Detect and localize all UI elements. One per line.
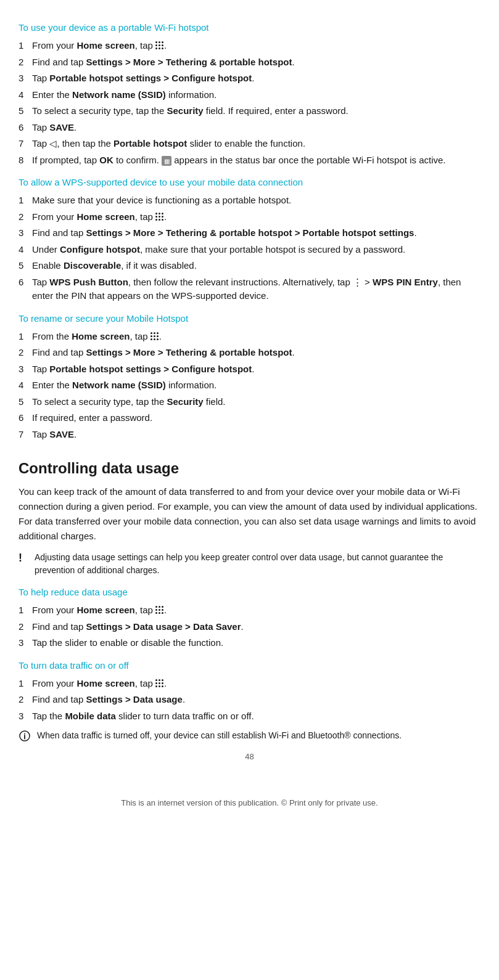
data-traffic-tip: When data traffic is turned off, your de… <box>19 729 480 742</box>
step-number: 2 <box>19 693 32 707</box>
step-number: 3 <box>19 636 32 650</box>
step-number: 5 <box>19 259 32 273</box>
svg-text:▦: ▦ <box>164 158 170 165</box>
list-item: 1 From your Home screen, tap . <box>19 39 480 53</box>
steps-list-wps: 1 Make sure that your device is function… <box>19 194 480 303</box>
step-content: Find and tap Settings > More > Tethering… <box>32 55 480 70</box>
step-number: 1 <box>19 603 32 618</box>
controlling-data-usage-heading: Controlling data usage <box>19 460 480 477</box>
step-content: To select a security type, tap the Secur… <box>32 104 480 118</box>
step-content: From your Home screen, tap . <box>32 677 480 691</box>
step-number: 6 <box>19 411 32 425</box>
step-content: Enter the Network name (SSID) informatio… <box>32 378 480 393</box>
list-item: 6 Tap WPS Push Button, then follow the r… <box>19 276 480 303</box>
section-heading-use-hotspot: To use your device as a portable Wi-Fi h… <box>19 22 480 33</box>
section-heading-wps: To allow a WPS-supported device to use y… <box>19 177 480 187</box>
step-number: 1 <box>19 677 32 691</box>
list-item: 3 Tap the slider to enable or disable th… <box>19 636 480 650</box>
step-content: Tap Portable hotspot settings > Configur… <box>32 362 480 377</box>
section-heading-rename-hotspot: To rename or secure your Mobile Hotspot <box>19 313 480 324</box>
tip-text-data-traffic: When data traffic is turned off, your de… <box>37 729 402 742</box>
step-content: Find and tap Settings > Data usage. <box>32 693 480 707</box>
steps-list-reduce-data: 1 From your Home screen, tap . 2 Find an… <box>19 603 480 650</box>
list-item: 1 From the Home screen, tap . <box>19 330 480 344</box>
list-item: 8 If prompted, tap OK to confirm. ▦ appe… <box>19 153 480 168</box>
step-content: Find and tap Settings > More > Tethering… <box>32 226 480 240</box>
list-item: 4 Enter the Network name (SSID) informat… <box>19 378 480 393</box>
step-content: From your Home screen, tap . <box>32 210 480 224</box>
step-content: From your Home screen, tap . <box>32 603 480 618</box>
step-number: 2 <box>19 210 32 224</box>
step-number: 6 <box>19 121 32 135</box>
step-content: Tap ◁, then tap the Portable hotspot sli… <box>32 137 480 151</box>
section-heading-reduce-data: To help reduce data usage <box>19 587 480 597</box>
step-number: 1 <box>19 330 32 344</box>
list-item: 2 Find and tap Settings > Data usage. <box>19 693 480 707</box>
page-number: 48 <box>19 752 480 761</box>
step-content: If prompted, tap OK to confirm. ▦ appear… <box>32 153 480 168</box>
step-number: 2 <box>19 55 32 70</box>
list-item: 7 Tap ◁, then tap the Portable hotspot s… <box>19 137 480 151</box>
step-content: Find and tap Settings > More > Tethering… <box>32 346 480 360</box>
step-content: Tap Portable hotspot settings > Configur… <box>32 71 480 86</box>
list-item: 1 Make sure that your device is function… <box>19 194 480 208</box>
step-number: 1 <box>19 39 32 53</box>
list-item: 2 Find and tap Settings > More > Tetheri… <box>19 346 480 360</box>
steps-list-use-hotspot: 1 From your Home screen, tap . 2 Find an… <box>19 39 480 167</box>
step-content: Tap SAVE. <box>32 428 480 442</box>
step-content: Tap the slider to enable or disable the … <box>32 636 480 650</box>
step-number: 4 <box>19 243 32 257</box>
step-content: Enable Discoverable, if it was disabled. <box>32 259 480 273</box>
list-item: 1 From your Home screen, tap . <box>19 677 480 691</box>
step-number: 2 <box>19 620 32 634</box>
step-content: Enter the Network name (SSID) informatio… <box>32 88 480 102</box>
list-item: 3 Tap Portable hotspot settings > Config… <box>19 71 480 86</box>
list-item: 6 Tap SAVE. <box>19 121 480 135</box>
step-content: From the Home screen, tap . <box>32 330 480 344</box>
list-item: 1 From your Home screen, tap . <box>19 603 480 618</box>
section-heading-data-traffic: To turn data traffic on or off <box>19 660 480 671</box>
list-item: 3 Tap the Mobile data slider to turn dat… <box>19 709 480 724</box>
note-text-data-usage: Adjusting data usage settings can help y… <box>35 551 480 577</box>
step-content: To select a security type, tap the Secur… <box>32 395 480 409</box>
svg-point-3 <box>24 733 25 735</box>
footer-copyright: This is an internet version of this publ… <box>19 798 480 807</box>
step-number: 8 <box>19 153 32 168</box>
step-number: 7 <box>19 428 32 442</box>
list-item: 2 Find and tap Settings > Data usage > D… <box>19 620 480 634</box>
list-item: 3 Find and tap Settings > More > Tetheri… <box>19 226 480 240</box>
list-item: 4 Under Configure hotspot, make sure tha… <box>19 243 480 257</box>
step-number: 5 <box>19 104 32 118</box>
step-content: Make sure that your device is functionin… <box>32 194 480 208</box>
step-number: 4 <box>19 378 32 393</box>
list-item: 5 To select a security type, tap the Sec… <box>19 395 480 409</box>
list-item: 5 To select a security type, tap the Sec… <box>19 104 480 118</box>
step-number: 3 <box>19 226 32 240</box>
list-item: 2 From your Home screen, tap . <box>19 210 480 224</box>
list-item: 7 Tap SAVE. <box>19 428 480 442</box>
step-content: Tap WPS Push Button, then follow the rel… <box>32 276 480 303</box>
step-number: 2 <box>19 346 32 360</box>
step-number: 7 <box>19 137 32 151</box>
list-item: 2 Find and tap Settings > More > Tetheri… <box>19 55 480 70</box>
list-item: 4 Enter the Network name (SSID) informat… <box>19 88 480 102</box>
list-item: 6 If required, enter a password. <box>19 411 480 425</box>
step-number: 5 <box>19 395 32 409</box>
step-content: If required, enter a password. <box>32 411 480 425</box>
tip-icon <box>19 730 31 741</box>
step-number: 6 <box>19 276 32 303</box>
step-number: 3 <box>19 362 32 377</box>
steps-list-data-traffic: 1 From your Home screen, tap . 2 Find an… <box>19 677 480 724</box>
step-content: Find and tap Settings > Data usage > Dat… <box>32 620 480 634</box>
step-content: Tap SAVE. <box>32 121 480 135</box>
steps-list-rename-hotspot: 1 From the Home screen, tap . 2 Find and… <box>19 330 480 442</box>
list-item: 3 Tap Portable hotspot settings > Config… <box>19 362 480 377</box>
step-number: 4 <box>19 88 32 102</box>
step-number: 1 <box>19 194 32 208</box>
step-content: Under Configure hotspot, make sure that … <box>32 243 480 257</box>
controlling-data-usage-body: You can keep track of the amount of data… <box>19 484 480 544</box>
step-number: 3 <box>19 709 32 724</box>
list-item: 5 Enable Discoverable, if it was disable… <box>19 259 480 273</box>
exclamation-icon: ! <box>19 552 28 565</box>
step-content: From your Home screen, tap . <box>32 39 480 53</box>
